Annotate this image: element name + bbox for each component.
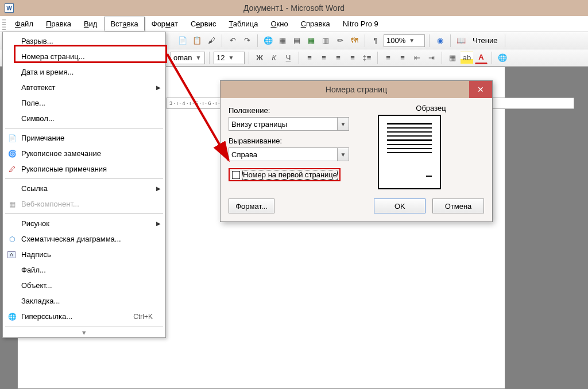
- reading-label[interactable]: Чтение: [469, 36, 501, 45]
- menu-diagram[interactable]: ⬡Схематическая диаграмма...: [4, 231, 164, 247]
- link-icon[interactable]: 🌐: [262, 34, 274, 47]
- chevron-right-icon: ▶: [156, 185, 161, 192]
- bullet-list-icon[interactable]: ≡: [396, 52, 409, 64]
- align-center-icon[interactable]: ≡: [318, 52, 330, 64]
- dialog-titlebar: Номера страниц ✕: [220, 81, 492, 98]
- menu-reference[interactable]: Ссылка▶: [4, 181, 164, 196]
- reading-icon[interactable]: 📖: [455, 34, 467, 47]
- menu-page-numbers[interactable]: Номера страниц...: [4, 49, 164, 64]
- word-icon: W: [5, 3, 14, 13]
- menu-file-insert[interactable]: Файл...: [4, 262, 164, 278]
- menu-table[interactable]: Таблица: [223, 17, 264, 30]
- format-button[interactable]: Формат...: [229, 199, 274, 213]
- columns-icon[interactable]: ▥: [319, 34, 332, 47]
- preview-thumbnail: [378, 115, 441, 189]
- brush-icon[interactable]: 🖌: [205, 34, 218, 47]
- menu-autotext[interactable]: Автотекст▶: [4, 80, 164, 95]
- globe-icon: 🌐: [7, 312, 17, 321]
- italic-icon[interactable]: К: [268, 52, 280, 64]
- chevron-down-icon: ▼: [196, 55, 202, 61]
- annotation-red-box-checkbox: Номер на первой странице: [229, 168, 341, 181]
- menu-comment[interactable]: 📄Примечание: [4, 130, 164, 146]
- language-icon[interactable]: 🌐: [496, 52, 509, 64]
- new-icon[interactable]: 📄: [176, 34, 189, 47]
- font-color-icon[interactable]: A: [475, 52, 488, 64]
- zoom-select[interactable]: 100% ▼: [384, 34, 425, 47]
- align-left-icon[interactable]: ≡: [303, 52, 316, 64]
- underline-icon[interactable]: Ч: [282, 52, 295, 64]
- menu-object[interactable]: Объект...: [4, 278, 164, 293]
- font-size-value: 12: [216, 53, 225, 62]
- ink-icon: 🌀: [7, 149, 17, 158]
- align-justify-icon[interactable]: ≡: [346, 52, 359, 64]
- align-combo[interactable]: Справа ▼: [229, 147, 349, 161]
- window-title: Документ1 - Microsoft Word: [243, 3, 345, 13]
- insert-dropdown: Разрыв... Номера страниц... Дата и время…: [2, 32, 166, 338]
- paste-icon[interactable]: 📋: [191, 34, 203, 47]
- menu-expand[interactable]: ▾: [4, 328, 164, 336]
- preview-label: Образец: [378, 104, 484, 112]
- align-right-icon[interactable]: ≡: [332, 52, 345, 64]
- page-numbers-dialog: Номера страниц ✕ Положение: Внизу страни…: [220, 80, 493, 222]
- shortcut-label: Ctrl+K: [133, 313, 153, 321]
- drawing-icon[interactable]: ✏: [334, 34, 346, 47]
- insert-table-icon[interactable]: ▤: [291, 34, 303, 47]
- bold-icon[interactable]: Ж: [253, 52, 266, 64]
- first-page-checkbox-label[interactable]: Номер на первой странице: [243, 170, 337, 179]
- menu-tools[interactable]: Сервис: [185, 17, 222, 30]
- increase-indent-icon[interactable]: ⇥: [425, 52, 438, 64]
- first-page-checkbox[interactable]: [232, 171, 240, 179]
- close-icon: ✕: [477, 85, 484, 94]
- font-name-visible: oman: [173, 53, 192, 62]
- highlight-icon[interactable]: ab: [461, 52, 473, 64]
- ok-button[interactable]: OK: [374, 199, 425, 213]
- help-icon[interactable]: ◉: [434, 34, 446, 47]
- redo-icon[interactable]: ↷: [241, 34, 253, 47]
- position-combo[interactable]: Внизу страницы ▼: [229, 117, 349, 131]
- menu-view[interactable]: Вид: [78, 17, 103, 30]
- excel-icon[interactable]: ▦: [305, 34, 318, 47]
- chevron-down-icon[interactable]: ▼: [337, 118, 349, 130]
- menu-ink-annotations[interactable]: 🖊Рукописные примечания: [4, 161, 164, 177]
- menu-ink-comment[interactable]: 🌀Рукописное замечание: [4, 146, 164, 161]
- position-value: Внизу страницы: [231, 120, 287, 129]
- dialog-title: Номера страниц: [326, 85, 387, 94]
- font-size-select[interactable]: 12 ▼: [214, 52, 245, 64]
- line-spacing-icon[interactable]: ‡≡: [361, 52, 373, 64]
- menu-help[interactable]: Справка: [295, 17, 336, 30]
- chevron-down-icon[interactable]: ▼: [337, 148, 349, 161]
- menu-hyperlink[interactable]: 🌐Гиперссылка...Ctrl+K: [4, 309, 164, 324]
- menu-textbox[interactable]: AНадпись: [4, 247, 164, 262]
- chevron-down-icon: ▼: [409, 37, 415, 44]
- menu-file[interactable]: Файл: [9, 17, 39, 30]
- pilcrow-icon[interactable]: ¶: [369, 34, 382, 47]
- menu-window[interactable]: Окно: [265, 17, 293, 30]
- zoom-value: 100%: [386, 36, 405, 45]
- menu-edit[interactable]: Правка: [40, 17, 77, 30]
- cancel-button[interactable]: Отмена: [432, 199, 484, 213]
- menu-picture[interactable]: Рисунок▶: [4, 216, 164, 231]
- dialog-close-button[interactable]: ✕: [469, 81, 492, 98]
- menu-field[interactable]: Поле...: [4, 95, 164, 111]
- undo-icon[interactable]: ↶: [226, 34, 239, 47]
- menu-break[interactable]: Разрыв...: [4, 33, 164, 49]
- menu-date-time[interactable]: Дата и время...: [4, 64, 164, 80]
- numbered-list-icon[interactable]: ≡: [382, 52, 394, 64]
- decrease-indent-icon[interactable]: ⇤: [411, 52, 423, 64]
- toolbar-icon[interactable]: ▦: [276, 34, 289, 47]
- diagram-icon: ⬡: [7, 235, 17, 244]
- menu-insert[interactable]: Вставка: [104, 17, 144, 31]
- font-name-select[interactable]: oman ▼: [171, 52, 205, 64]
- textbox-icon: A: [7, 251, 16, 258]
- menu-format[interactable]: Формат: [146, 17, 184, 30]
- align-value: Справа: [231, 150, 257, 159]
- menu-nitro[interactable]: Nitro Pro 9: [337, 17, 384, 30]
- web-icon: ▦: [7, 200, 17, 209]
- menu-symbol[interactable]: Символ...: [4, 111, 164, 126]
- chevron-down-icon: ▼: [228, 55, 234, 61]
- chevron-right-icon: ▶: [156, 84, 161, 91]
- menu-bookmark[interactable]: Закладка...: [4, 293, 164, 309]
- borders-icon[interactable]: ▦: [446, 52, 459, 64]
- map-icon[interactable]: 🗺: [348, 34, 361, 47]
- menubar-grip: [2, 18, 6, 30]
